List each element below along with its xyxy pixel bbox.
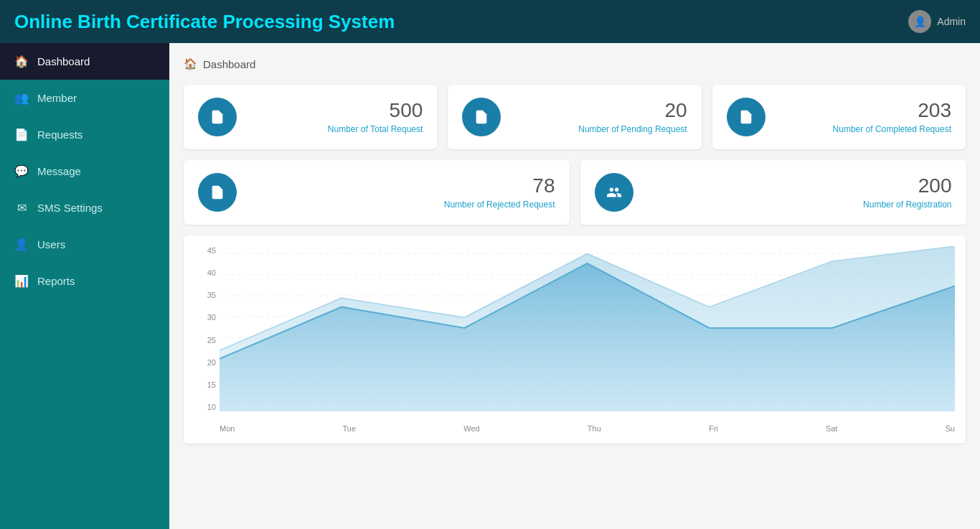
sidebar: 🏠 Dashboard 👥 Member 📄 Requests 💬 Messag… (0, 43, 169, 529)
stat-label-pending: Number of Pending Request (578, 124, 687, 134)
sidebar-label-reports: Reports (37, 275, 75, 287)
stat-card-rejected: 78 Number of Rejected Request (184, 160, 570, 225)
stat-label-total: Number of Total Request (328, 124, 423, 134)
avatar: 👤 (908, 10, 931, 33)
x-label-thu: Thu (588, 424, 601, 433)
breadcrumb-label: Dashboard (203, 58, 255, 70)
header: Online Birth Certificate Processing Syst… (0, 0, 980, 43)
chart-container: 10 15 20 25 30 35 40 45 (184, 235, 966, 444)
requests-icon: 📄 (14, 128, 29, 141)
y-label-45: 45 (194, 246, 220, 255)
sms-icon: ✉ (14, 201, 29, 215)
sidebar-item-member[interactable]: 👥 Member (0, 80, 169, 116)
y-axis-labels: 10 15 20 25 30 35 40 45 (194, 246, 220, 411)
home-icon: 🏠 (14, 55, 29, 68)
app-title: Online Birth Certificate Processing Syst… (14, 11, 395, 33)
x-label-fri: Fri (709, 424, 718, 433)
sidebar-label-dashboard: Dashboard (37, 55, 90, 67)
stat-card-completed: 203 Number of Completed Request (712, 85, 966, 149)
users-icon: 👤 (14, 238, 29, 251)
x-label-tue: Tue (343, 424, 357, 433)
y-label-20: 20 (194, 358, 220, 367)
stat-label-registration: Number of Registration (863, 200, 951, 210)
stat-number-total: 500 (248, 99, 423, 122)
sidebar-label-users: Users (37, 238, 65, 251)
admin-section: 👤 Admin (908, 10, 966, 33)
x-label-su: Su (946, 424, 955, 433)
member-icon: 👥 (14, 91, 29, 105)
stat-info-rejected: 78 Number of Rejected Request (248, 174, 555, 210)
x-label-mon: Mon (220, 424, 235, 433)
sidebar-item-dashboard[interactable]: 🏠 Dashboard (0, 43, 169, 80)
chart-svg (220, 246, 955, 411)
stat-icon-rejected (198, 173, 237, 212)
stat-card-pending: 20 Number of Pending Request (448, 85, 701, 149)
sidebar-label-requests: Requests (37, 128, 83, 141)
x-label-sat: Sat (826, 424, 838, 433)
stat-label-completed: Number of Completed Request (833, 124, 951, 134)
reports-icon: 📊 (14, 274, 29, 288)
stat-card-total: 500 Number of Total Request (184, 85, 437, 149)
stat-number-pending: 20 (512, 99, 687, 122)
sidebar-label-sms-settings: SMS Settings (37, 202, 103, 214)
y-label-25: 25 (194, 336, 220, 345)
stat-number-registration: 200 (644, 174, 952, 197)
sidebar-item-message[interactable]: 💬 Message (0, 153, 169, 189)
sidebar-item-users[interactable]: 👤 Users (0, 226, 169, 263)
admin-label: Admin (937, 16, 966, 27)
stat-number-rejected: 78 (248, 174, 555, 197)
y-label-10: 10 (194, 403, 220, 411)
stat-icon-completed (727, 98, 765, 136)
sidebar-item-sms-settings[interactable]: ✉ SMS Settings (0, 189, 169, 226)
sidebar-item-reports[interactable]: 📊 Reports (0, 263, 169, 299)
main-layout: 🏠 Dashboard 👥 Member 📄 Requests 💬 Messag… (0, 43, 980, 529)
stat-info-pending: 20 Number of Pending Request (512, 99, 687, 135)
chart-area: 10 15 20 25 30 35 40 45 (194, 246, 955, 433)
message-icon: 💬 (14, 164, 29, 178)
stat-card-registration: 200 Number of Registration (580, 160, 966, 225)
stat-info-completed: 203 Number of Completed Request (776, 99, 951, 135)
stat-info-total: 500 Number of Total Request (248, 99, 423, 135)
y-label-30: 30 (194, 313, 220, 322)
breadcrumb: 🏠 Dashboard (184, 57, 966, 70)
stat-number-completed: 203 (776, 99, 951, 122)
stats-row-2: 78 Number of Rejected Request 200 Number… (184, 160, 966, 225)
stat-icon-total (198, 98, 237, 136)
sidebar-label-message: Message (37, 165, 81, 177)
y-label-15: 15 (194, 380, 220, 389)
content-area: 🏠 Dashboard 500 Number of Total Request (169, 43, 980, 529)
stat-label-rejected: Number of Rejected Request (444, 200, 555, 210)
x-label-wed: Wed (463, 424, 479, 433)
x-axis-labels: Mon Tue Wed Thu Fri Sat Su (220, 424, 955, 433)
y-label-40: 40 (194, 268, 220, 277)
sidebar-item-requests[interactable]: 📄 Requests (0, 116, 169, 153)
sidebar-label-member: Member (37, 92, 77, 104)
stats-row-1: 500 Number of Total Request 20 Number of… (184, 85, 966, 149)
breadcrumb-icon: 🏠 (184, 57, 197, 70)
stat-icon-registration (595, 173, 633, 212)
y-label-35: 35 (194, 291, 220, 299)
stat-icon-pending (462, 98, 501, 136)
stat-info-registration: 200 Number of Registration (644, 174, 952, 210)
